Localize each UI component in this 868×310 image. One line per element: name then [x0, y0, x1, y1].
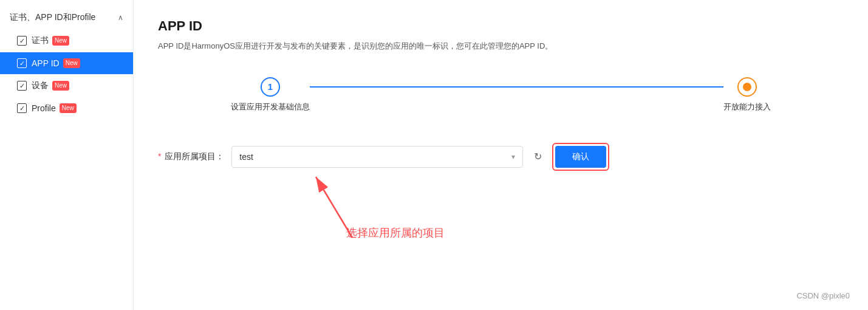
step-2-label: 开放能力接入: [723, 102, 771, 112]
project-select[interactable]: test ▾: [231, 146, 523, 168]
sidebar-item-appid[interactable]: APP ID New: [0, 52, 133, 74]
sidebar-label-appid: APP ID: [32, 58, 60, 68]
sidebar-label-certificate: 证书: [32, 35, 49, 46]
step-connector-line: [310, 86, 723, 88]
badge-new-certificate: New: [52, 36, 69, 46]
sidebar-label-device: 设备: [32, 80, 49, 91]
watermark: CSDN @pixle0: [796, 291, 850, 300]
main-content: APP ID APP ID是HarmonyOS应用进行开发与发布的关键要素，是识…: [134, 0, 868, 310]
refresh-button[interactable]: ↻: [528, 147, 547, 167]
sidebar-label-profile: Profile: [32, 103, 56, 113]
checkbox-icon-appid: [17, 58, 27, 68]
step-1-number: 1: [268, 81, 273, 92]
badge-new-appid: New: [63, 58, 80, 68]
form-select-wrapper: test ▾ ↻ 确认: [231, 143, 609, 171]
stepper: 1 设置应用开发基础信息 开放能力接入: [158, 77, 844, 112]
sidebar-group-label: 证书、APP ID和Profile: [10, 12, 95, 23]
page-title: APP ID: [158, 18, 844, 34]
sidebar-item-profile[interactable]: Profile New: [0, 97, 133, 119]
sidebar-item-certificate[interactable]: 证书 New: [0, 29, 133, 52]
annotation-text: 选择应用所属的项目: [346, 226, 445, 240]
confirm-button[interactable]: 确认: [555, 146, 606, 168]
required-mark: *: [158, 151, 161, 161]
badge-new-device: New: [52, 81, 69, 91]
chevron-down-icon: ▾: [511, 153, 515, 161]
form-label-project: * 应用所属项目：: [158, 151, 224, 162]
sidebar-group-header[interactable]: 证书、APP ID和Profile ∧: [0, 6, 133, 29]
checkbox-icon-certificate: [17, 36, 27, 46]
confirm-button-wrapper: 确认: [552, 143, 609, 171]
page-description: APP ID是HarmonyOS应用进行开发与发布的关键要素，是识别您的应用的唯…: [158, 40, 844, 53]
step-1-label: 设置应用开发基础信息: [231, 102, 310, 112]
form-row-project: * 应用所属项目： test ▾ ↻ 确认: [158, 143, 844, 171]
step-1-circle: 1: [261, 77, 280, 97]
chevron-up-icon: ∧: [118, 13, 123, 22]
label-text: 应用所属项目：: [165, 151, 224, 161]
step-1-node: 1 设置应用开发基础信息: [231, 77, 310, 112]
step-2-circle: [737, 77, 757, 97]
sidebar-item-device[interactable]: 设备 New: [0, 74, 133, 97]
checkbox-icon-profile: [17, 103, 27, 113]
step-2-node: 开放能力接入: [723, 77, 771, 112]
checkbox-icon-device: [17, 81, 27, 91]
sidebar: 证书、APP ID和Profile ∧ 证书 New APP ID New 设备…: [0, 0, 134, 310]
select-value: test: [239, 152, 253, 162]
badge-new-profile: New: [60, 103, 77, 113]
